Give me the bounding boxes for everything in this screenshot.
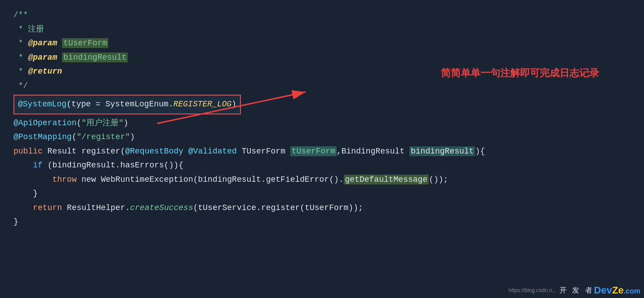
- bottom-bar: https://blog.csdn.n... 开 发 者 DevZe.com: [505, 283, 644, 298]
- line-6: */: [13, 79, 631, 93]
- code-block: /** * 注册 * @param tUserForm * @param bin…: [0, 0, 644, 237]
- site-logo: 开 发 者 DevZe.com: [560, 285, 640, 296]
- callout-label: 简简单单一句注解即可完成日志记录: [441, 66, 599, 80]
- line-1: /**: [13, 8, 631, 22]
- logo-com: .com: [624, 287, 640, 295]
- line-15: }: [13, 215, 631, 229]
- logo-kaifa-text: 开 发 者: [560, 286, 594, 295]
- line-11: if (bindingResult.hasErrors()){: [13, 158, 631, 173]
- line-3: * @param tUserForm: [13, 36, 631, 51]
- line-12: throw new WebRuntimeException(bindingRes…: [13, 173, 631, 187]
- line-4: * @param bindingResult: [13, 51, 631, 65]
- line-9: @PostMapping("/register"): [13, 130, 631, 145]
- logo-dev: Dev: [594, 285, 612, 296]
- line-10: public Result register(@RequestBody @Val…: [13, 145, 631, 159]
- logo-devze-text: DevZe.com: [594, 285, 640, 296]
- line-8: @ApiOperation("用户注册"): [13, 116, 631, 131]
- line-2: * 注册: [13, 22, 631, 37]
- logo-ze: Ze: [612, 285, 624, 296]
- url-text: https://blog.csdn.n...: [508, 287, 556, 294]
- line-13: }: [13, 187, 631, 201]
- annotation-highlighted-box: @SystemLog(type = SystemLogEnum.REGISTER…: [13, 95, 241, 114]
- line-14: return ResultHelper.createSuccess(tUserS…: [13, 201, 631, 215]
